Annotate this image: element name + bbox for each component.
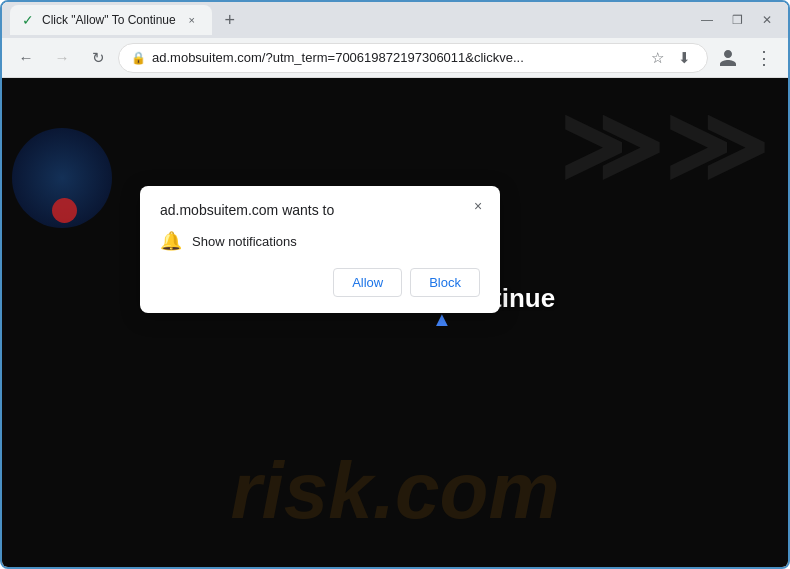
profile-button[interactable] — [712, 42, 744, 74]
bookmark-icon[interactable]: ☆ — [647, 45, 668, 71]
arrows-watermark: ≫≫ — [558, 88, 768, 205]
tab-title: Click "Allow" To Continue — [42, 13, 176, 27]
page-content: ≫≫ Click "Allow" To Continue risk.com ▲ … — [2, 78, 788, 567]
minimize-button[interactable]: — — [694, 7, 720, 33]
close-button[interactable]: ✕ — [754, 7, 780, 33]
dot-decoration — [52, 198, 77, 223]
dialog-permission-row: 🔔 Show notifications — [160, 230, 480, 252]
browser-frame: ✓ Click "Allow" To Continue × + — ❒ ✕ ← … — [2, 2, 788, 567]
maximize-button[interactable]: ❒ — [724, 7, 750, 33]
download-icon[interactable]: ⬇ — [674, 45, 695, 71]
tab-area: ✓ Click "Allow" To Continue × + — [10, 2, 690, 38]
bell-icon: 🔔 — [160, 230, 182, 252]
lock-icon: 🔒 — [131, 51, 146, 65]
tab-close-button[interactable]: × — [184, 12, 200, 28]
address-bar[interactable]: 🔒 ad.mobsuitem.com/?utm_term=70061987219… — [118, 43, 708, 73]
allow-button[interactable]: Allow — [333, 268, 402, 297]
window-controls: — ❒ ✕ — [694, 7, 780, 33]
tab-check-icon: ✓ — [22, 12, 34, 28]
dialog-close-button[interactable]: × — [468, 196, 488, 216]
watermark-text: risk.com — [230, 445, 559, 537]
block-button[interactable]: Block — [410, 268, 480, 297]
back-button[interactable]: ← — [10, 42, 42, 74]
permission-label: Show notifications — [192, 234, 297, 249]
dialog-buttons: Allow Block — [160, 268, 480, 297]
url-text: ad.mobsuitem.com/?utm_term=7006198721973… — [152, 50, 641, 65]
forward-button[interactable]: → — [46, 42, 78, 74]
new-tab-button[interactable]: + — [216, 6, 244, 34]
menu-button[interactable]: ⋮ — [748, 42, 780, 74]
active-tab[interactable]: ✓ Click "Allow" To Continue × — [10, 5, 212, 35]
refresh-button[interactable]: ↻ — [82, 42, 114, 74]
permission-dialog: × ad.mobsuitem.com wants to 🔔 Show notif… — [140, 186, 500, 313]
dialog-title: ad.mobsuitem.com wants to — [160, 202, 480, 218]
title-bar: ✓ Click "Allow" To Continue × + — ❒ ✕ — [2, 2, 788, 38]
navigation-bar: ← → ↻ 🔒 ad.mobsuitem.com/?utm_term=70061… — [2, 38, 788, 78]
